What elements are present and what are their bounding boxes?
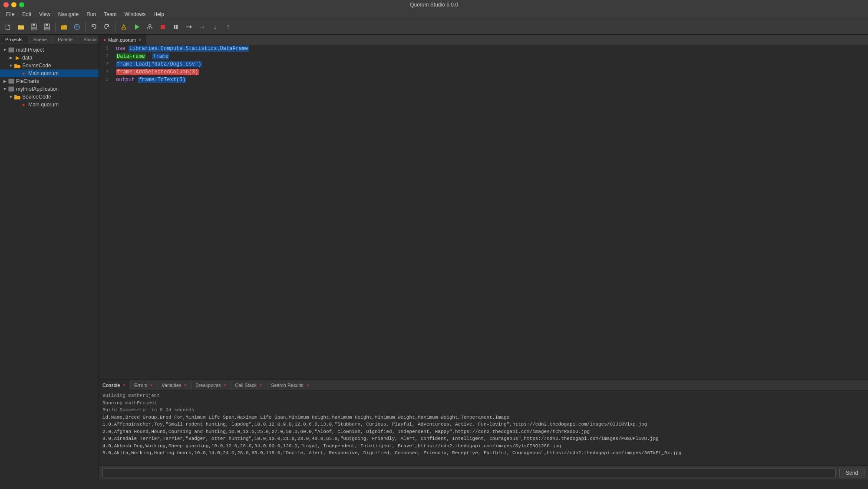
- save-button[interactable]: [41, 21, 53, 33]
- console-tab-errors[interactable]: Errors ✕: [131, 380, 158, 390]
- step-next-button[interactable]: →: [196, 21, 208, 33]
- line-content-4: frame:AddSelectedColumn(3): [114, 69, 868, 76]
- open-folder-button[interactable]: [58, 21, 70, 33]
- tree-item-data[interactable]: ▶ ▶ data: [0, 54, 99, 62]
- panel-tabs: Projects Scene Palette Blocks: [0, 35, 99, 44]
- run-button[interactable]: [131, 21, 143, 33]
- svg-rect-12: [32, 27, 36, 29]
- stop-button[interactable]: [157, 21, 169, 33]
- menu-view[interactable]: View: [36, 10, 54, 18]
- step-out-button[interactable]: ↑: [222, 21, 234, 33]
- code-line-2: 2 DataFrame frame: [99, 53, 868, 61]
- new-file-button[interactable]: [2, 21, 14, 33]
- svg-rect-33: [9, 48, 14, 52]
- tree-item-myfirstapp[interactable]: ▼ myFirstApplication: [0, 85, 99, 93]
- redo-button[interactable]: [101, 21, 113, 33]
- console-tab-callstack[interactable]: Call Stack ✕: [231, 380, 267, 390]
- code-line-5: 5 output frame:ToText(5): [99, 76, 868, 84]
- svg-point-24: [149, 24, 151, 26]
- code-line-3: 3 frame:Load("data/Dogs.csv"): [99, 61, 868, 69]
- console-tab-errors-close[interactable]: ✕: [149, 383, 154, 388]
- svg-rect-3: [10, 26, 10, 30]
- tree-item-mathproject[interactable]: ▼ mathProject: [0, 46, 99, 54]
- console-tab-breakpoints-label: Breakpoints: [195, 383, 221, 388]
- main-layout: Projects Scene Palette Blocks ▼ mathProj…: [0, 35, 868, 479]
- menu-windows[interactable]: Windows: [121, 10, 149, 18]
- arrow-piecharts[interactable]: ▶: [2, 79, 8, 83]
- pause-button[interactable]: [170, 21, 182, 33]
- line-content-2: DataFrame frame: [114, 53, 868, 60]
- console-tab-console-close[interactable]: ✕: [122, 383, 127, 388]
- console-tab-console[interactable]: Console ✕: [99, 380, 131, 390]
- code-line-4: 4 frame:AddSelectedColumn(3): [99, 69, 868, 76]
- undo-button[interactable]: [88, 21, 100, 33]
- console-tab-variables[interactable]: Variables ✕: [158, 380, 192, 390]
- console-tab-breakpoints[interactable]: Breakpoints ✕: [192, 380, 231, 390]
- save-project-button[interactable]: [71, 21, 83, 33]
- arrow-myfirstapp[interactable]: ▼: [2, 87, 8, 91]
- menu-edit[interactable]: Edit: [19, 10, 35, 18]
- maximize-button[interactable]: [19, 2, 24, 7]
- build-button[interactable]: [118, 21, 130, 33]
- svg-marker-39: [14, 95, 20, 99]
- tree-item-sourcecode1[interactable]: ▼ SourceCode: [0, 62, 99, 69]
- console-line-8: 5.0,Akita,Working,Hunting bears,10.0,14.…: [102, 449, 865, 457]
- console-tab-searchresults-close[interactable]: ✕: [305, 383, 310, 388]
- menu-file[interactable]: File: [3, 10, 18, 18]
- tree-item-piecharts[interactable]: ▶ PieCharts: [0, 77, 99, 85]
- console-input[interactable]: [102, 469, 836, 477]
- open-file-button[interactable]: [15, 21, 27, 33]
- console-tab-searchresults[interactable]: Search Results ✕: [267, 380, 314, 390]
- console-content: Building mathProject Running mathProject…: [99, 390, 868, 466]
- tree-item-mainquorum2[interactable]: ▶ ● Main.quorum: [0, 101, 99, 109]
- minimize-button[interactable]: [11, 2, 17, 7]
- tab-scene[interactable]: Scene: [28, 36, 53, 43]
- console-tab-searchresults-label: Search Results: [271, 383, 304, 388]
- arrow-data[interactable]: ▶: [8, 56, 14, 60]
- svg-rect-9: [18, 25, 20, 26]
- step-into-button[interactable]: ↓: [209, 21, 221, 33]
- send-button[interactable]: Send: [839, 468, 865, 478]
- console-tab-errors-label: Errors: [134, 383, 147, 388]
- code-editor[interactable]: 1 use Libraries.Compute.Statistics.DataF…: [99, 45, 868, 380]
- toolbar-separator-1: [55, 22, 56, 32]
- save-all-button[interactable]: [28, 21, 40, 33]
- svg-rect-36: [9, 79, 14, 83]
- editor-tab-mainquorum[interactable]: ● Main.quorum ✕: [99, 35, 146, 45]
- close-button[interactable]: [3, 2, 9, 7]
- piecharts-icon: [8, 78, 15, 84]
- sourcecode1-label: SourceCode: [22, 63, 51, 69]
- tree-item-mainquorum1[interactable]: ▶ ● Main.quorum: [0, 69, 99, 77]
- console-line-7: 4.0,Akbash Dog,Working,Sheep guarding,10…: [102, 443, 865, 450]
- svg-rect-2: [6, 29, 10, 30]
- svg-rect-0: [6, 24, 9, 24]
- arrow-mathproject[interactable]: ▼: [2, 48, 8, 52]
- console-tab-callstack-close[interactable]: ✕: [258, 383, 264, 388]
- svg-point-22: [123, 28, 124, 29]
- arrow-sourcecode2[interactable]: ▼: [8, 95, 14, 99]
- console-tab-variables-close[interactable]: ✕: [183, 383, 188, 388]
- menu-help[interactable]: Help: [150, 10, 168, 18]
- editor-tab-label: Main.quorum: [108, 37, 136, 43]
- svg-rect-15: [45, 27, 49, 29]
- editor-tab-close[interactable]: ✕: [138, 37, 142, 42]
- console-tab-console-label: Console: [102, 383, 120, 388]
- svg-rect-17: [61, 25, 63, 26]
- tree-item-sourcecode2[interactable]: ▼ SourceCode: [0, 93, 99, 101]
- tab-projects[interactable]: Projects: [0, 36, 28, 43]
- svg-rect-30: [176, 25, 178, 29]
- console-tab-breakpoints-close[interactable]: ✕: [222, 383, 228, 388]
- debug-button[interactable]: [144, 21, 156, 33]
- menu-team[interactable]: Team: [100, 10, 120, 18]
- sidebar: ▼ mathProject ▶ ▶ data ▼ SourceCod: [0, 44, 99, 109]
- mainquorum2-icon: ●: [20, 102, 27, 108]
- line-content-3: frame:Load("data/Dogs.csv"): [114, 61, 868, 68]
- menu-navigate[interactable]: Navigate: [55, 10, 82, 18]
- svg-marker-23: [135, 24, 139, 30]
- console-line-6: 3.0,Airedale Terrier,Terrier,"Badger, ot…: [102, 435, 865, 443]
- menu-run[interactable]: Run: [83, 10, 99, 18]
- step-over-button[interactable]: [183, 21, 195, 33]
- console-tab-callstack-label: Call Stack: [235, 383, 257, 388]
- tab-palette[interactable]: Palette: [53, 36, 78, 43]
- arrow-sourcecode1[interactable]: ▼: [8, 63, 14, 68]
